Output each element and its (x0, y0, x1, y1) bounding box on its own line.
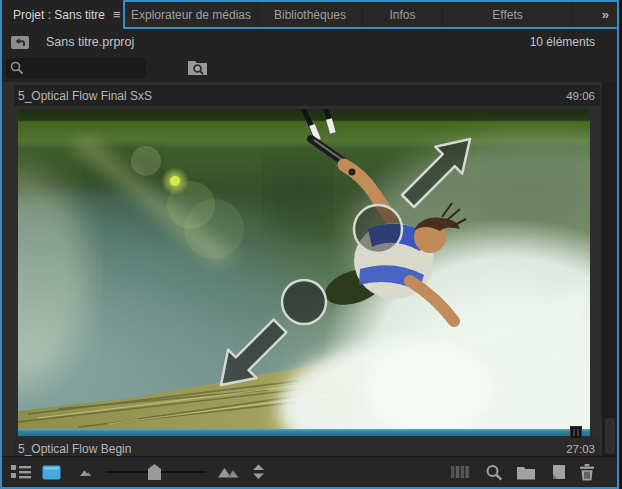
search-input-wrap[interactable] (6, 58, 146, 78)
zoom-out-icon (78, 466, 93, 478)
zoom-out-button[interactable] (76, 461, 94, 483)
folder-search-icon (187, 59, 208, 76)
new-item-icon (549, 464, 566, 480)
search-icon (10, 61, 24, 75)
hover-scrub-bar[interactable] (18, 429, 590, 436)
new-bin-icon (516, 465, 536, 480)
tab-bibliotheques[interactable]: Bibliothèques (258, 2, 363, 27)
new-bin-button[interactable] (516, 461, 536, 483)
folder-up-icon (10, 35, 30, 50)
items-count: 10 éléments (530, 35, 595, 49)
icon-view-button[interactable] (40, 461, 62, 483)
tab-label: Effets (492, 8, 522, 22)
thumbnail-zoom-slider[interactable] (106, 463, 206, 481)
automate-to-sequence-button[interactable] (451, 461, 472, 483)
sort-icons-icon (252, 464, 265, 480)
clip-name: 5_Optical Flow Begin (18, 442, 131, 456)
bin-content: 5_Optical Flow Final SxS 49:06 (2, 82, 617, 456)
tab-projet-label: Projet : Sans titre (13, 8, 105, 22)
search-row (2, 55, 617, 82)
search-bin-button[interactable] (186, 59, 208, 77)
parent-bin-button[interactable] (10, 34, 32, 51)
tab-overflow-chevron[interactable]: » (598, 2, 617, 27)
tab-label: Explorateur de médias (131, 8, 251, 22)
clip-duration: 49:06 (566, 90, 595, 102)
sort-icons-button[interactable] (250, 461, 266, 483)
list-view-button[interactable] (10, 461, 32, 483)
toolbar-right-cluster (451, 461, 595, 483)
delete-button[interactable] (579, 461, 595, 483)
tab-effets[interactable]: Effets (443, 2, 573, 27)
tab-label: Infos (389, 8, 415, 22)
tab-strip: Explorateur de médias Bibliothèques Info… (123, 0, 617, 29)
zoom-in-icon (217, 465, 240, 479)
list-view-icon (11, 464, 31, 480)
slider-handle[interactable] (148, 464, 161, 480)
find-button[interactable] (485, 461, 503, 483)
tab-infos[interactable]: Infos (363, 2, 443, 27)
scrollbar-thumb[interactable] (605, 418, 615, 454)
panel-menu-icon[interactable]: ≡ (113, 8, 121, 21)
new-item-button[interactable] (549, 461, 566, 483)
tab-label: Bibliothèques (274, 8, 346, 22)
project-panel-frame: Projet : Sans titre ≡ Explorateur de méd… (0, 0, 622, 489)
find-icon (485, 464, 503, 481)
clip-duration: 27:03 (566, 443, 595, 455)
vertical-scrollbar[interactable] (602, 82, 617, 456)
tab-explorateur-de-medias[interactable]: Explorateur de médias (125, 2, 258, 27)
bin-toolbar (2, 456, 617, 487)
clip-row-final-sxs[interactable]: 5_Optical Flow Final SxS 49:06 (14, 85, 600, 106)
automate-to-sequence-icon (451, 465, 472, 479)
tab-projet[interactable]: Projet : Sans titre ≡ (2, 0, 123, 29)
search-input[interactable] (28, 61, 138, 75)
project-panel: Projet : Sans titre ≡ Explorateur de méd… (0, 0, 619, 489)
clip-tile[interactable] (18, 109, 590, 436)
clip-name: 5_Optical Flow Final SxS (18, 89, 152, 103)
icon-view-icon (42, 465, 61, 480)
clip-thumbnail[interactable] (18, 109, 590, 429)
clip-row-begin[interactable]: 5_Optical Flow Begin 27:03 (14, 438, 600, 456)
breadcrumb: Sans titre.prproj 10 éléments (2, 29, 617, 55)
project-filename: Sans titre.prproj (46, 35, 134, 49)
trash-icon (579, 464, 595, 481)
zoom-in-button[interactable] (216, 461, 240, 483)
